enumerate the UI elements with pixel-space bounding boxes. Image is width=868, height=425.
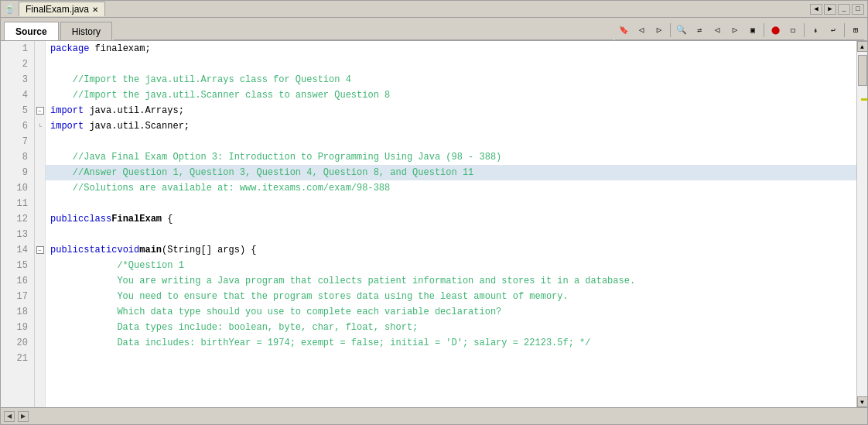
gc-18: [35, 304, 45, 320]
main-window: 🍵 FinalExam.java ✕ ◀ ▶ _ □ Source Histor…: [0, 0, 868, 425]
code-gutter: − └ −: [35, 41, 46, 407]
gc-4: [35, 87, 45, 103]
scroll-down-btn[interactable]: ▼: [857, 396, 868, 407]
line-18: Which data type should you use to comple…: [46, 304, 856, 320]
find-sel-btn[interactable]: ▣: [744, 22, 761, 39]
line-9: //Answer Question 1, Question 3, Questio…: [46, 165, 856, 180]
toggle-bp-btn[interactable]: ⬤: [767, 22, 784, 39]
ln-20: 20: [7, 335, 28, 351]
line-14: public static void main(String[] args) {: [46, 242, 856, 258]
ln-2: 2: [7, 57, 28, 72]
find-prev-btn[interactable]: ◁: [709, 22, 726, 39]
clear-bp-btn[interactable]: ◻: [784, 22, 801, 39]
gc-20: [35, 335, 45, 351]
ln-18: 18: [7, 304, 28, 320]
fold-14[interactable]: −: [36, 246, 44, 254]
gc-1: [35, 41, 45, 57]
sep2: [764, 23, 764, 37]
code-lines: package finalexam; //Import the java.uti…: [46, 41, 856, 366]
ln-19: 19: [7, 320, 28, 335]
fold-5[interactable]: −: [36, 107, 44, 115]
ln-1: 1: [7, 41, 28, 57]
line-8: //Java Final Exam Option 3: Introduction…: [46, 149, 856, 165]
ln-8: 8: [7, 149, 28, 165]
file-icon: 🍵: [4, 3, 15, 15]
gc-9: [35, 165, 45, 180]
expand-btn[interactable]: ⊞: [847, 22, 864, 39]
ln-6: 6: [7, 118, 28, 134]
gc-12: [35, 211, 45, 227]
replace-btn[interactable]: ⇌: [691, 22, 708, 39]
yellow-marker: [861, 98, 867, 101]
line-3: //Import the java.util.Arrays class for …: [46, 72, 856, 87]
sep4: [844, 23, 845, 37]
line-2: [46, 57, 856, 72]
vertical-scrollbar: ▲ ▼: [856, 41, 867, 407]
line-20: Data includes: birthYear = 1974; exempt …: [46, 335, 856, 351]
wrap-btn[interactable]: ↩: [825, 22, 842, 39]
line-7: [46, 134, 856, 149]
gc-10: [35, 180, 45, 196]
ln-4: 4: [7, 87, 28, 103]
gc-11: [35, 196, 45, 211]
ln-13: 13: [7, 227, 28, 242]
scroll-up-btn[interactable]: ▲: [857, 41, 868, 52]
ln-17: 17: [7, 289, 28, 304]
prev-nav-btn[interactable]: ◀: [810, 4, 822, 15]
line-21: [46, 351, 856, 366]
maximize-btn[interactable]: □: [852, 4, 864, 15]
editor-container: 1 2 3 4 5 6 7 8 9 10 11 12 13 14 15 16 1…: [1, 41, 867, 407]
ln-21: 21: [7, 351, 28, 366]
tab-history[interactable]: History: [60, 22, 112, 40]
gc-21: [35, 351, 45, 366]
line-10: //Solutions are available at: www.itexam…: [46, 180, 856, 196]
ln-16: 16: [7, 273, 28, 289]
ln-14: 14: [7, 242, 28, 258]
gc-2: [35, 57, 45, 72]
line-17: You need to ensure that the program stor…: [46, 289, 856, 304]
find-next-btn-t[interactable]: ▷: [726, 22, 743, 39]
code-area[interactable]: package finalexam; //Import the java.uti…: [46, 41, 856, 407]
ln-5: 5: [7, 103, 28, 118]
next-btn-t[interactable]: ▷: [651, 22, 668, 39]
gc-7: [35, 134, 45, 149]
tab-source-label: Source: [15, 26, 47, 37]
prev-btn[interactable]: ◁: [633, 22, 650, 39]
ln-12: 12: [7, 211, 28, 227]
status-bar: ◀ ▶: [1, 407, 867, 424]
status-nav-prev[interactable]: ◀: [4, 411, 15, 422]
step-btn[interactable]: ↡: [807, 22, 824, 39]
line-12: public class FinalExam {: [46, 211, 856, 227]
ln-15: 15: [7, 258, 28, 273]
status-nav-next[interactable]: ▶: [18, 411, 29, 422]
gc-8: [35, 149, 45, 165]
bookmark-icon-btn[interactable]: 🔖: [615, 22, 632, 39]
tab-history-label: History: [72, 26, 101, 37]
line-4: //Import the java.util.Scanner class to …: [46, 87, 856, 103]
ln-9: 9: [7, 165, 28, 180]
sep1: [670, 23, 671, 37]
gc-13: [35, 227, 45, 242]
gc-16: [35, 273, 45, 289]
title-tab-label: FinalExam.java: [26, 4, 89, 15]
tab-bar: Source History 🔖 ◁ ▷ 🔍 ⇌ ◁ ▷ ▣ ⬤ ◻ ↡ ↩ ⊞: [1, 18, 867, 41]
ln-10: 10: [7, 180, 28, 196]
window-controls: ◀ ▶ _ □: [810, 4, 864, 15]
next-nav-btn[interactable]: ▶: [824, 4, 836, 15]
sep3: [804, 23, 805, 37]
scroll-thumb[interactable]: [858, 55, 867, 86]
search-btn[interactable]: 🔍: [673, 22, 690, 39]
gc-3: [35, 72, 45, 87]
title-tab[interactable]: FinalExam.java ✕: [19, 2, 105, 16]
gc-6: └: [35, 118, 45, 134]
gc-5[interactable]: −: [35, 103, 45, 118]
gc-14[interactable]: −: [35, 242, 45, 258]
line-6: import java.util.Scanner;: [46, 118, 856, 134]
minimize-btn[interactable]: _: [838, 4, 850, 15]
line-11: [46, 196, 856, 211]
close-tab-button[interactable]: ✕: [92, 5, 98, 14]
line-16: You are writing a Java program that coll…: [46, 273, 856, 289]
gc-19: [35, 320, 45, 335]
tab-source[interactable]: Source: [4, 22, 59, 40]
line-19: Data types include: boolean, byte, char,…: [46, 320, 856, 335]
